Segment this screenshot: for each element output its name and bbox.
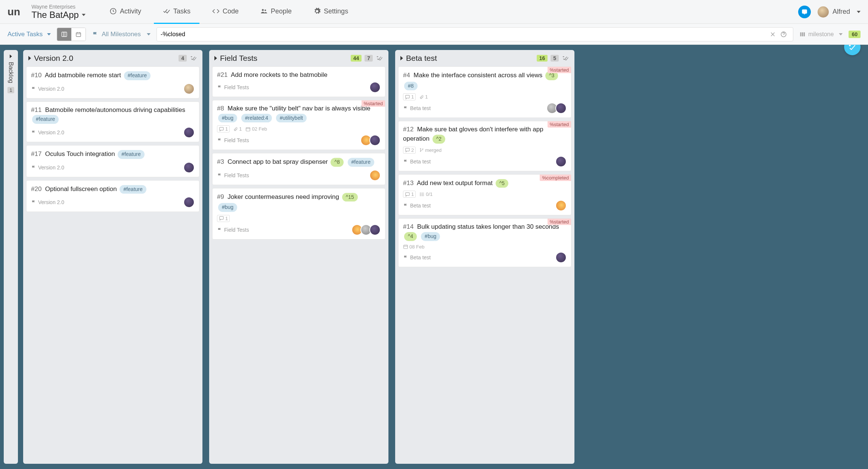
task-card[interactable]: #9 Joker countermeasures need improving … xyxy=(212,188,385,240)
assignee-avatar[interactable] xyxy=(555,200,567,211)
task-card[interactable]: #17 Oculus Touch integration #feature Ve… xyxy=(26,145,199,177)
comments-count[interactable]: 1 xyxy=(217,215,230,222)
comments-count[interactable]: 1 xyxy=(403,93,416,100)
nav-activity[interactable]: Activity xyxy=(100,0,150,24)
card-milestone[interactable]: Beta test xyxy=(403,254,431,260)
card-milestone[interactable]: Field Tests xyxy=(217,137,249,143)
nav-people[interactable]: People xyxy=(251,0,301,24)
svg-rect-31 xyxy=(404,245,408,248)
project-name[interactable]: The BatApp xyxy=(31,10,86,20)
task-number: #11 xyxy=(31,106,41,113)
tag[interactable]: ^5 xyxy=(496,179,508,188)
column-menu-button[interactable] xyxy=(562,55,569,61)
card-milestone[interactable]: Beta test xyxy=(403,203,431,209)
tag[interactable]: #bug xyxy=(218,114,237,123)
board-view-button[interactable] xyxy=(57,28,71,41)
svg-rect-4 xyxy=(62,32,67,37)
tag[interactable]: #feature xyxy=(124,71,151,80)
tag[interactable]: #8 xyxy=(404,82,418,91)
column-title[interactable]: Beta test xyxy=(406,54,534,63)
svg-rect-3 xyxy=(802,9,807,13)
intercom-button[interactable] xyxy=(798,6,811,18)
comments-count[interactable]: 2 xyxy=(403,147,416,154)
nav-code[interactable]: Code xyxy=(203,0,248,24)
tag[interactable]: #bug xyxy=(218,203,237,212)
assignee-avatar[interactable] xyxy=(183,162,195,173)
task-card[interactable]: %completed#13 Add new text output format… xyxy=(398,174,571,216)
logo[interactable]: un xyxy=(7,6,20,18)
card-milestone[interactable]: Version 2.0 xyxy=(31,129,64,135)
card-milestone[interactable]: Version 2.0 xyxy=(31,86,64,92)
card-title: #11 Batmobile remote/autonomous driving … xyxy=(31,106,195,125)
nav-settings[interactable]: Settings xyxy=(304,0,357,24)
calendar-view-button[interactable] xyxy=(71,28,86,41)
card-milestone[interactable]: Beta test xyxy=(403,159,431,165)
task-number: #17 xyxy=(31,150,41,157)
card-meta: 1102 Feb xyxy=(217,125,381,132)
assignee-avatar[interactable] xyxy=(555,252,567,263)
column-menu-button[interactable] xyxy=(190,55,197,61)
card-milestone[interactable]: Field Tests xyxy=(217,227,249,233)
tag[interactable]: ^4 xyxy=(404,232,417,241)
people-icon xyxy=(260,7,268,15)
task-card[interactable]: %started#14 Bulk updating status takes l… xyxy=(398,218,571,267)
card-milestone[interactable]: Beta test xyxy=(403,105,431,111)
tag[interactable]: ^2 xyxy=(433,135,445,144)
clear-search-button[interactable] xyxy=(768,31,778,37)
card-footer: Field Tests xyxy=(217,224,381,235)
search-input[interactable] xyxy=(161,31,768,38)
assignee-avatar[interactable] xyxy=(369,135,381,146)
collapse-icon[interactable] xyxy=(214,56,217,60)
milestone-filter[interactable]: All Milestones xyxy=(92,31,151,38)
tag[interactable]: #related:4 xyxy=(241,114,272,123)
task-card[interactable]: #21 Add more rockets to the batmobile Fi… xyxy=(212,66,385,97)
task-card[interactable]: %started#12 Make sure bat gloves don't i… xyxy=(398,121,571,171)
assignee-avatar[interactable] xyxy=(183,83,195,94)
points-badge: 44 xyxy=(351,55,362,62)
tag[interactable]: #feature xyxy=(348,158,374,167)
search-help-button[interactable] xyxy=(778,31,789,38)
backlog-rail[interactable]: Backlog 1 xyxy=(4,50,18,464)
tag[interactable]: ^15 xyxy=(342,193,358,202)
assignee-avatar[interactable] xyxy=(369,170,381,181)
group-by-dropdown[interactable]: milestone xyxy=(799,31,843,38)
nav-tasks[interactable]: Tasks xyxy=(154,0,199,24)
column-title[interactable]: Field Tests xyxy=(220,54,348,63)
card-footer: Version 2.0 xyxy=(31,127,195,138)
comments-count[interactable]: 1 xyxy=(403,191,416,198)
task-card[interactable]: %started#4 Make the interface consistent… xyxy=(398,66,571,118)
tag[interactable]: ^8 xyxy=(331,158,343,167)
assignee-avatar[interactable] xyxy=(369,224,381,235)
assignee-avatar[interactable] xyxy=(555,156,567,167)
collapse-icon[interactable] xyxy=(400,56,403,60)
tag[interactable]: #feature xyxy=(32,115,59,124)
attachments-count[interactable]: 1 xyxy=(419,94,428,100)
calendar-icon xyxy=(75,31,82,37)
assignee-avatar[interactable] xyxy=(183,197,195,208)
task-card[interactable]: #20 Optional fullscreen option #feature … xyxy=(26,180,199,212)
card-milestone[interactable]: Version 2.0 xyxy=(31,199,64,205)
card-milestone[interactable]: Field Tests xyxy=(217,84,249,90)
task-card[interactable]: %started#8 Make sure the "utility belt" … xyxy=(212,100,385,150)
assignee-avatar[interactable] xyxy=(183,127,195,138)
task-card[interactable]: #10 Add batmobile remote start #feature … xyxy=(26,66,199,99)
card-milestone[interactable]: Version 2.0 xyxy=(31,165,64,171)
active-filter-dropdown[interactable]: Active Tasks xyxy=(7,31,51,38)
assignee-avatar[interactable] xyxy=(555,103,567,114)
tag[interactable]: #feature xyxy=(120,185,146,194)
assignee-avatar[interactable] xyxy=(369,82,381,93)
task-card[interactable]: #11 Batmobile remote/autonomous driving … xyxy=(26,101,199,142)
columns-icon xyxy=(799,31,806,37)
card-milestone[interactable]: Field Tests xyxy=(217,172,249,178)
column-menu-button[interactable] xyxy=(376,55,383,61)
user-menu[interactable]: Alfred xyxy=(818,6,861,18)
comments-count[interactable]: 1 xyxy=(217,125,230,132)
project-selector[interactable]: Wayne Enterprises The BatApp xyxy=(31,4,86,20)
attachments-count[interactable]: 1 xyxy=(233,126,242,132)
tag[interactable]: #feature xyxy=(118,150,144,159)
collapse-icon[interactable] xyxy=(28,56,31,60)
tag[interactable]: #utilitybelt xyxy=(276,114,307,123)
tag[interactable]: #bug xyxy=(421,232,440,241)
column-title[interactable]: Version 2.0 xyxy=(34,54,176,63)
task-card[interactable]: #3 Connect app to bat spray dispenser ^8… xyxy=(212,153,385,185)
